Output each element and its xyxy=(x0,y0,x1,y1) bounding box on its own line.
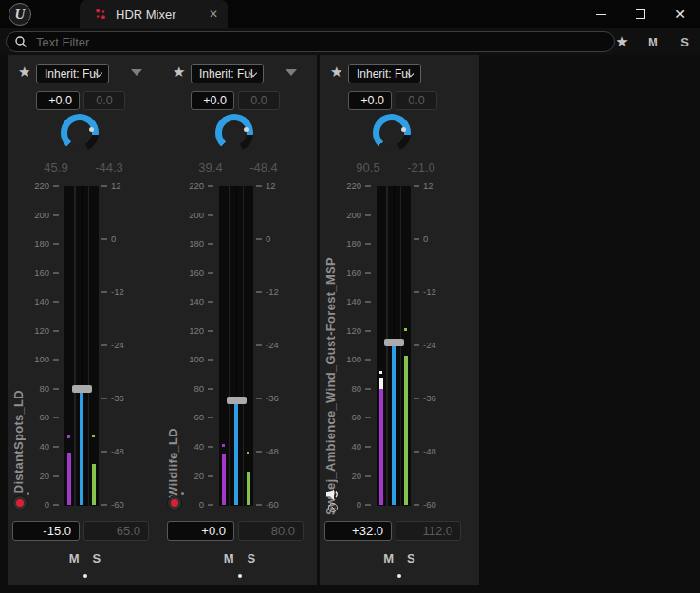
knob-indicator-dot xyxy=(89,127,94,132)
favorite-star-icon[interactable]: ★ xyxy=(173,64,185,81)
right-scale-label: -36 xyxy=(111,394,124,403)
fader-handle[interactable] xyxy=(227,397,247,404)
purple-meter-bar xyxy=(222,454,226,506)
left-scale-tick xyxy=(208,417,213,418)
gain-knob[interactable] xyxy=(373,114,411,152)
right-scale-tick xyxy=(256,398,262,399)
right-scale-label: 12 xyxy=(423,181,433,191)
fader-value-input[interactable]: +0.0 xyxy=(167,521,234,541)
left-scale-label: 140 xyxy=(172,297,204,306)
right-scale-tick xyxy=(101,291,107,293)
left-scale-tick xyxy=(365,475,371,477)
gain-offset-input[interactable]: +0.0 xyxy=(36,91,80,110)
left-scale-label: 60 xyxy=(172,413,204,422)
close-button[interactable]: ✕ xyxy=(660,0,700,28)
right-scale-tick xyxy=(101,398,107,399)
loudness-readout-left: 39.4 xyxy=(187,160,234,175)
right-scale-tick xyxy=(101,504,107,506)
left-scale-tick xyxy=(365,388,371,390)
mixer-panel-right: ★ Inherit: Ful +0.00.0 90.5-21.022020018… xyxy=(320,55,479,585)
mute-button[interactable]: M xyxy=(69,551,80,565)
left-scale-tick xyxy=(53,272,59,274)
record-status-icon[interactable] xyxy=(12,495,28,510)
expander-triangle-icon[interactable] xyxy=(286,69,297,76)
mute-all-button[interactable]: M xyxy=(637,35,669,49)
left-scale-tick xyxy=(208,185,213,187)
mute-button[interactable]: M xyxy=(383,551,394,565)
solo-all-button[interactable]: S xyxy=(669,35,700,49)
favorite-star-icon[interactable]: ★ xyxy=(330,64,342,81)
left-scale-label: 100 xyxy=(17,355,49,364)
page-indicator-dot xyxy=(238,574,242,578)
left-scale-tick xyxy=(53,330,59,332)
purple-peak-dot xyxy=(379,371,382,374)
tab-hdr-mixer[interactable]: HDR Mixer ✕ xyxy=(80,0,228,28)
gain-offset-input[interactable]: +0.0 xyxy=(348,91,392,110)
right-scale-label: -12 xyxy=(266,287,279,297)
page-indicator-dot xyxy=(83,574,87,578)
fader-handle[interactable] xyxy=(72,385,92,393)
left-scale-tick xyxy=(208,272,213,274)
solo-button[interactable]: S xyxy=(93,551,101,565)
right-scale-tick xyxy=(414,344,419,346)
right-scale-label: -36 xyxy=(423,394,436,403)
right-scale-label: 0 xyxy=(266,234,270,244)
page-indicator-dot xyxy=(397,574,401,578)
record-small-dot xyxy=(181,492,184,495)
solo-button[interactable]: S xyxy=(248,551,256,565)
gain-offset-input[interactable]: +0.0 xyxy=(191,91,234,110)
left-scale-label: 120 xyxy=(17,326,49,336)
green-meter-track xyxy=(244,186,253,506)
text-filter-field[interactable] xyxy=(6,31,615,52)
maximize-button[interactable] xyxy=(620,0,660,28)
right-scale-label: 12 xyxy=(266,181,276,191)
left-scale-tick xyxy=(208,359,213,361)
left-scale-tick xyxy=(365,272,371,274)
right-scale-label: 0 xyxy=(423,234,428,244)
left-scale-tick xyxy=(208,504,213,506)
purple-peak-dot xyxy=(222,444,225,447)
fader-value-input[interactable]: +32.0 xyxy=(324,521,392,541)
routing-dropdown[interactable]: Inherit: Ful xyxy=(36,64,109,83)
left-scale-label: 120 xyxy=(172,326,204,336)
right-scale-tick xyxy=(256,344,262,346)
left-scale-tick xyxy=(365,301,371,303)
left-scale-label: 180 xyxy=(17,239,49,249)
favorites-filter-icon[interactable]: ★ xyxy=(607,33,637,50)
left-scale-tick xyxy=(208,214,213,216)
green-meter-bar xyxy=(247,472,250,505)
left-scale-tick xyxy=(208,301,213,303)
gain-offset-alt-value: 0.0 xyxy=(83,91,125,110)
gain-knob[interactable] xyxy=(61,114,99,152)
fader-handle[interactable] xyxy=(384,339,404,346)
routing-dropdown[interactable]: Inherit: Ful xyxy=(191,64,264,83)
solo-button[interactable]: S xyxy=(407,551,415,565)
search-input[interactable] xyxy=(34,34,565,50)
minimize-icon xyxy=(596,14,606,15)
purple-peak-dot xyxy=(67,435,70,438)
routing-dropdown-label: Inherit: Ful xyxy=(199,67,253,81)
speaker-icon xyxy=(325,488,342,514)
tab-title: HDR Mixer xyxy=(116,8,176,22)
unreal-engine-logo-icon[interactable]: U xyxy=(9,3,31,26)
left-scale-tick xyxy=(365,185,371,187)
favorite-star-icon[interactable]: ★ xyxy=(18,64,30,81)
left-scale-label: 180 xyxy=(329,239,361,249)
left-scale-tick xyxy=(365,214,371,216)
record-status-icon[interactable] xyxy=(167,495,182,510)
minimize-button[interactable] xyxy=(580,0,620,28)
fader-fill xyxy=(80,389,83,505)
mute-button[interactable]: M xyxy=(224,551,234,565)
mute-solo-row: M S xyxy=(320,551,479,565)
gain-offset-alt-value: 0.0 xyxy=(396,91,437,110)
gain-knob[interactable] xyxy=(215,114,253,152)
right-scale-tick xyxy=(256,451,262,453)
routing-dropdown[interactable]: Inherit: Ful xyxy=(348,64,421,83)
tab-close-icon[interactable]: ✕ xyxy=(209,8,218,21)
fader-value-input[interactable]: -15.0 xyxy=(12,521,80,541)
purple-meter-bar xyxy=(379,389,383,505)
right-scale-tick xyxy=(414,185,419,187)
left-scale-label: 80 xyxy=(172,384,204,394)
expander-triangle-icon[interactable] xyxy=(131,69,142,76)
record-dot xyxy=(171,499,178,507)
